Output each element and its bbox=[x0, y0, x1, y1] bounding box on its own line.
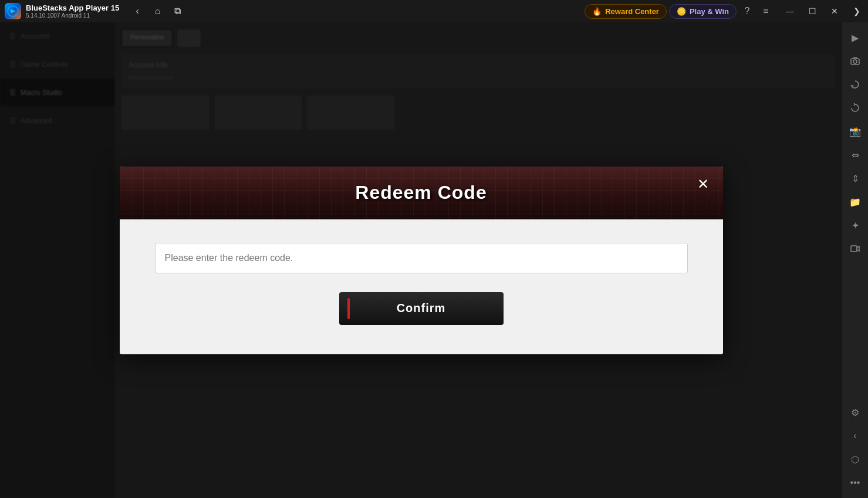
sidebar-play-button[interactable]: ▶ bbox=[845, 27, 866, 48]
sidebar-refresh-button[interactable] bbox=[845, 97, 866, 118]
help-button[interactable]: ? bbox=[739, 3, 755, 19]
reward-center-label: Reward Center bbox=[605, 7, 659, 16]
sidebar-screenshot-button[interactable]: 📸 bbox=[845, 121, 866, 142]
sidebar-rotate-button[interactable] bbox=[845, 74, 866, 95]
sidebar-back-button[interactable]: ‹ bbox=[845, 425, 866, 446]
close-button[interactable]: ✕ bbox=[823, 0, 846, 22]
sidebar-more-button[interactable]: ••• bbox=[845, 472, 866, 493]
menu-button[interactable]: ≡ bbox=[758, 3, 774, 19]
confirm-button[interactable]: Confirm bbox=[339, 292, 504, 325]
app-info: BlueStacks App Player 15 5.14.10.1007 An… bbox=[26, 4, 119, 19]
window-controls: — ☐ ✕ ❯ bbox=[779, 0, 868, 22]
sidebar-camera-button[interactable] bbox=[845, 50, 866, 72]
title-bar-actions: 🔥 Reward Center 🪙 Play & Win ? ≡ bbox=[585, 3, 774, 19]
title-bar: BlueStacks App Player 15 5.14.10.1007 An… bbox=[0, 0, 868, 22]
back-button[interactable]: ‹ bbox=[129, 2, 146, 20]
modal-close-button[interactable]: ✕ bbox=[693, 174, 714, 195]
play-and-win-button[interactable]: 🪙 Play & Win bbox=[669, 4, 737, 19]
tabs-button[interactable]: ⧉ bbox=[168, 2, 186, 20]
home-button[interactable]: ⌂ bbox=[148, 2, 166, 20]
app-version: 5.14.10.1007 Android 11 bbox=[26, 12, 119, 19]
nav-buttons: ‹ ⌂ ⧉ bbox=[129, 2, 186, 20]
collapse-button[interactable]: ❯ bbox=[846, 0, 868, 22]
minimize-button[interactable]: — bbox=[779, 0, 801, 22]
sidebar-folder-button[interactable]: 📁 bbox=[845, 191, 866, 212]
modal-overlay: Redeem Code ✕ Confirm bbox=[0, 22, 842, 498]
play-icon: 🪙 bbox=[677, 7, 686, 16]
maximize-button[interactable]: ☐ bbox=[801, 0, 823, 22]
sidebar-hexagon-button[interactable]: ⬡ bbox=[845, 449, 866, 470]
play-and-win-label: Play & Win bbox=[690, 7, 729, 16]
sidebar-record-button[interactable] bbox=[845, 238, 866, 259]
redeem-code-input[interactable] bbox=[155, 243, 688, 273]
modal-header: Redeem Code ✕ bbox=[120, 167, 723, 219]
confirm-accent bbox=[347, 298, 350, 319]
sidebar-star-button[interactable]: ✦ bbox=[845, 215, 866, 236]
right-sidebar: ▶ 📸 ⇔ ⇕ 📁 ✦ ⚙ ‹ ⬡ ••• bbox=[842, 22, 868, 498]
svg-point-2 bbox=[853, 60, 857, 63]
modal-body: Confirm bbox=[120, 219, 723, 354]
app-logo bbox=[5, 3, 21, 19]
confirm-label: Confirm bbox=[397, 301, 446, 315]
modal-title: Redeem Code bbox=[355, 182, 487, 204]
sidebar-expand-h-button[interactable]: ⇔ bbox=[845, 144, 866, 165]
app-name: BlueStacks App Player 15 bbox=[26, 4, 119, 13]
sidebar-settings-button[interactable]: ⚙ bbox=[845, 402, 866, 423]
reward-icon: 🔥 bbox=[592, 7, 602, 16]
svg-rect-3 bbox=[851, 246, 857, 252]
reward-center-button[interactable]: 🔥 Reward Center bbox=[585, 4, 667, 19]
sidebar-expand-v-button[interactable]: ⇕ bbox=[845, 168, 866, 189]
redeem-code-modal: Redeem Code ✕ Confirm bbox=[120, 167, 723, 354]
